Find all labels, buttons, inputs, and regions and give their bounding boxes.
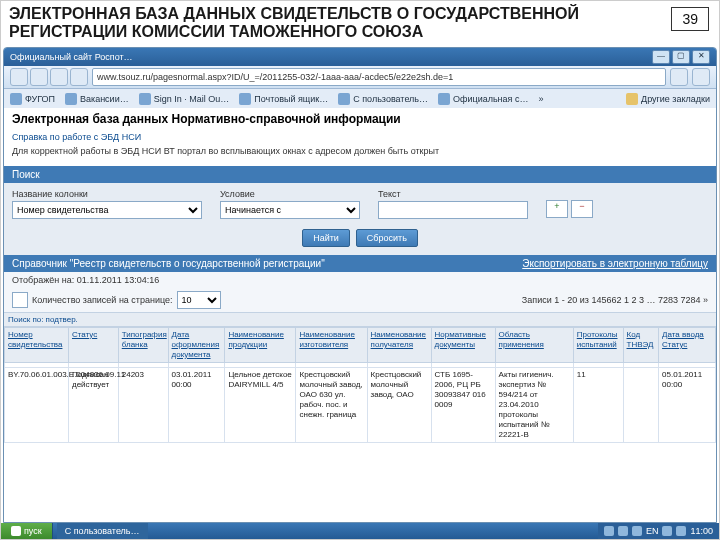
folder-icon	[626, 93, 638, 105]
bookmark-item[interactable]: С пользователь…	[338, 93, 428, 105]
cell-tnved	[623, 368, 659, 443]
cell-norms: СТБ 1695-2006, РЦ РБ 30093847 016 0009	[431, 368, 495, 443]
cell-typography: 24203	[118, 368, 168, 443]
perpage-select[interactable]: 10	[177, 291, 221, 309]
timestamp-label: Отображён на:	[12, 275, 74, 285]
col-header[interactable]: Код ТНВЭД	[623, 328, 659, 363]
taskbar-item[interactable]: С пользователь…	[57, 523, 148, 539]
bookmark-item[interactable]: Официальная с…	[438, 93, 528, 105]
table-row[interactable]: BY.70.06.01.003.E.004836.09.11 Подписан …	[5, 368, 716, 443]
window-close-button[interactable]: ✕	[692, 50, 710, 64]
bookmark-label: Почтовый ящик…	[254, 94, 328, 104]
condition-label: Условие	[220, 189, 360, 199]
cell-cert-number: BY.70.06.01.003.E.004836.09.11	[5, 368, 69, 443]
export-link[interactable]: Экспортировать в электронную таблицу	[522, 258, 708, 269]
col-header[interactable]: Протоколы испытаний	[573, 328, 623, 363]
field-name-select[interactable]: Номер свидетельства	[12, 201, 202, 219]
cell-scope: Акты гигиенич. экспертиз № 594/214 от 23…	[495, 368, 573, 443]
section-header: Справочник "Реестр свидетельств о госуда…	[4, 255, 716, 272]
bookmark-label: ФУГОП	[25, 94, 55, 104]
start-label: пуск	[24, 526, 42, 536]
search-panel: Поиск Название колонки Номер свидетельст…	[4, 166, 716, 255]
slide-title: ЭЛЕКТРОННАЯ БАЗА ДАННЫХ СВИДЕТЕЛЬСТВ О Г…	[9, 5, 659, 41]
search-panel-header: Поиск	[4, 166, 716, 183]
language-indicator[interactable]: EN	[646, 526, 659, 536]
results-table: Номер свидетельства Статус Типография бл…	[4, 327, 716, 443]
col-header[interactable]: Нормативные документы	[431, 328, 495, 363]
bookmark-bar: ФУГОП Вакансии… Sign In · Mail Ou… Почто…	[4, 89, 716, 110]
nav-home-icon[interactable]	[70, 68, 88, 86]
favicon-icon	[10, 93, 22, 105]
col-header[interactable]: Наименование продукции	[225, 328, 296, 363]
bookmark-item[interactable]: Почтовый ящик…	[239, 93, 328, 105]
bookmark-overflow[interactable]: »	[538, 94, 543, 104]
cell-receiver: Крестцовский молочный завод, ОАО	[367, 368, 431, 443]
page-content: Электронная база данных Нормативно-справ…	[4, 108, 716, 522]
table-header-row: Номер свидетельства Статус Типография бл…	[5, 328, 716, 363]
col-header[interactable]: Статус	[68, 328, 118, 363]
condition-select[interactable]: Начинается с	[220, 201, 360, 219]
col-header[interactable]: Наименование изготовителя	[296, 328, 367, 363]
favicon-icon	[239, 93, 251, 105]
window-titlebar: Официальный сайт Роспот… — ▢ ✕	[4, 48, 716, 66]
nav-reload-icon[interactable]	[50, 68, 68, 86]
window-maximize-button[interactable]: ▢	[672, 50, 690, 64]
cell-status-date: 05.01.2011 00:00	[659, 368, 716, 443]
cell-date: 03.01.2011 00:00	[168, 368, 225, 443]
slide-page-number: 39	[671, 7, 709, 31]
find-button[interactable]: Найти	[302, 229, 350, 247]
window-minimize-button[interactable]: —	[652, 50, 670, 64]
col-header[interactable]: Дата оформления документа	[168, 328, 225, 363]
perpage-label: Количество записей на странице:	[32, 295, 173, 305]
favicon-icon	[65, 93, 77, 105]
remove-criteria-icon[interactable]: −	[571, 200, 593, 218]
col-header[interactable]: Наименование получателя	[367, 328, 431, 363]
col-header[interactable]: Дата ввода Статус	[659, 328, 716, 363]
menu-wrench-icon[interactable]	[692, 68, 710, 86]
window-title: Официальный сайт Роспот…	[10, 52, 133, 62]
col-header[interactable]: Область применения	[495, 328, 573, 363]
text-label: Текст	[378, 189, 528, 199]
bookmark-label: Другие закладки	[641, 94, 710, 104]
url-field[interactable]: www.tsouz.ru/pagesnormal.aspx?ID/U_=/201…	[92, 68, 666, 86]
timestamp-value: 01.11.2011 13:04:16	[77, 275, 160, 285]
nav-forward-icon[interactable]	[30, 68, 48, 86]
tray-icon[interactable]	[662, 526, 672, 536]
address-bar: www.tsouz.ru/pagesnormal.aspx?ID/U_=/201…	[4, 66, 716, 89]
clear-button[interactable]: Сбросить	[356, 229, 418, 247]
col-header[interactable]: Номер свидетельства	[5, 328, 69, 363]
tray-icon[interactable]	[632, 526, 642, 536]
favicon-icon	[438, 93, 450, 105]
start-button[interactable]: пуск	[1, 523, 53, 539]
field-name-label: Название колонки	[12, 189, 202, 199]
favicon-icon	[338, 93, 350, 105]
tray-icon[interactable]	[604, 526, 614, 536]
bookmark-label: С пользователь…	[353, 94, 428, 104]
taskbar: пуск С пользователь… EN 11:00	[1, 523, 719, 539]
tray-icon[interactable]	[676, 526, 686, 536]
bookmark-label: Официальная с…	[453, 94, 528, 104]
favicon-icon	[139, 93, 151, 105]
bookmark-label: Sign In · Mail Ou…	[154, 94, 230, 104]
cell-manufacturer: Крестцовский молочный завод, ОАО 630 ул.…	[296, 368, 367, 443]
other-bookmarks[interactable]: Другие закладки	[626, 93, 710, 105]
nav-back-icon[interactable]	[10, 68, 28, 86]
grid-icon[interactable]	[12, 292, 28, 308]
page-heading: Электронная база данных Нормативно-справ…	[12, 112, 708, 126]
tray-icon[interactable]	[618, 526, 628, 536]
clock[interactable]: 11:00	[690, 526, 713, 536]
bookmark-label: Вакансии…	[80, 94, 129, 104]
bookmark-star-icon[interactable]	[670, 68, 688, 86]
cell-protocols: 11	[573, 368, 623, 443]
help-link[interactable]: Справка по работе с ЭБД НСИ	[12, 132, 708, 142]
section-title: Справочник "Реестр свидетельств о госуда…	[12, 258, 325, 269]
sort-row: Поиск по: подтвер.	[4, 312, 716, 327]
bookmark-item[interactable]: ФУГОП	[10, 93, 55, 105]
add-criteria-icon[interactable]: +	[546, 200, 568, 218]
windows-logo-icon	[11, 526, 21, 536]
bookmark-item[interactable]: Sign In · Mail Ou…	[139, 93, 230, 105]
system-tray: EN 11:00	[598, 523, 719, 539]
search-text-input[interactable]	[378, 201, 528, 219]
bookmark-item[interactable]: Вакансии…	[65, 93, 129, 105]
col-header[interactable]: Типография бланка	[118, 328, 168, 363]
